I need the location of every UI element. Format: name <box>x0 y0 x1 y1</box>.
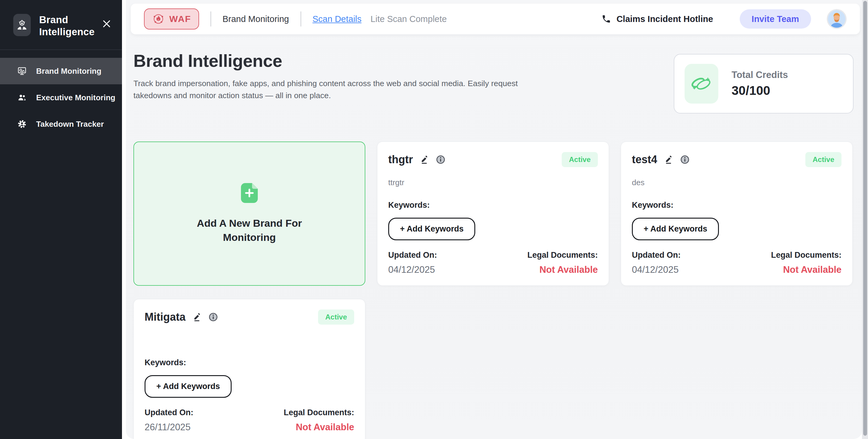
topbar: WAF Brand Monitoring Scan Details Lite S… <box>131 4 860 34</box>
topbar-divider <box>301 11 301 27</box>
legal-documents-block: Legal Documents: Not Available <box>527 251 598 275</box>
updated-on-block: Updated On: 04/12/2025 <box>388 251 437 275</box>
brand-card-footer: Updated On: 04/12/2025 Legal Documents: … <box>388 251 598 275</box>
add-keywords-button[interactable]: + Add Keywords <box>632 218 719 240</box>
credits-value: 30/100 <box>732 84 788 98</box>
status-badge: Active <box>562 152 598 167</box>
updated-on-label: Updated On: <box>632 251 681 260</box>
keywords-label: Keywords: <box>632 200 841 210</box>
legal-documents-status: Not Available <box>527 264 598 275</box>
waf-label: WAF <box>169 14 191 24</box>
add-keywords-button[interactable]: + Add Keywords <box>145 375 231 398</box>
legal-documents-status: Not Available <box>771 264 841 275</box>
waf-badge[interactable]: WAF <box>144 8 199 30</box>
topbar-divider <box>211 11 211 27</box>
invite-team-button[interactable]: Invite Team <box>740 9 811 29</box>
legal-documents-label: Legal Documents: <box>284 408 354 417</box>
hotline-label: Claims Incident Hotline <box>617 14 713 24</box>
sidebar-nav: Brand Monitoring Executive Monitoring <box>0 58 122 137</box>
sidebar-title: Brand Intelligence <box>39 14 101 38</box>
sidebar-item-executive-monitoring[interactable]: Executive Monitoring <box>0 84 122 111</box>
add-brand-card[interactable]: Add A New Brand For Monitoring <box>133 142 365 286</box>
status-badge: Active <box>318 310 354 324</box>
keywords-label: Keywords: <box>145 358 354 367</box>
edit-brand-icon[interactable] <box>664 155 674 164</box>
breadcrumb: Brand Monitoring <box>223 14 289 24</box>
brand-card-footer: Updated On: 26/11/2025 Legal Documents: … <box>145 408 354 433</box>
legal-documents-label: Legal Documents: <box>527 251 598 260</box>
scan-details-link[interactable]: Scan Details <box>313 14 362 24</box>
scrollbar-thumb[interactable] <box>863 1 867 436</box>
scan-status-text: Lite Scan Complete <box>370 14 447 24</box>
user-avatar[interactable] <box>827 9 847 29</box>
brand-name: Mitigata <box>145 311 186 323</box>
legal-documents-label: Legal Documents: <box>771 251 841 260</box>
brand-description <box>145 336 354 345</box>
gear-person-icon <box>17 119 27 129</box>
brand-card: Mitigata Active Keywords: <box>133 299 365 439</box>
info-icon[interactable] <box>436 155 445 164</box>
keywords-label: Keywords: <box>388 200 598 210</box>
waf-flame-icon <box>152 12 165 26</box>
updated-on-date: 04/12/2025 <box>388 264 437 275</box>
updated-on-block: Updated On: 04/12/2025 <box>632 251 681 275</box>
page-title: Brand Intelligence <box>133 51 546 71</box>
updated-on-label: Updated On: <box>145 408 193 417</box>
updated-on-label: Updated On: <box>388 251 437 260</box>
close-icon[interactable] <box>101 19 112 29</box>
sidebar-item-label: Takedown Tracker <box>36 120 104 129</box>
brand-description: ttrgtr <box>388 178 598 188</box>
brand-description: des <box>632 178 841 188</box>
app-root: Brand Intelligence Brand Monitoring <box>0 0 868 439</box>
page-intro: Brand Intelligence Track brand impersona… <box>133 51 546 101</box>
status-badge: Active <box>805 152 841 167</box>
brand-card-header: test4 Active <box>632 152 841 167</box>
total-credits-card: Total Credits 30/100 <box>674 54 854 114</box>
updated-on-date: 04/12/2025 <box>632 264 681 275</box>
scrollbar-track <box>862 0 868 439</box>
claims-incident-hotline-link[interactable]: Claims Incident Hotline <box>601 14 713 24</box>
brand-card-header: Mitigata Active <box>145 310 354 324</box>
info-icon[interactable] <box>209 312 218 322</box>
credits-coins-icon <box>685 64 718 103</box>
add-document-icon <box>240 183 259 203</box>
sidebar-item-brand-monitoring[interactable]: Brand Monitoring <box>0 58 122 84</box>
sidebar-item-label: Executive Monitoring <box>36 93 115 102</box>
sidebar-header: Brand Intelligence <box>0 0 122 38</box>
legal-documents-block: Legal Documents: Not Available <box>771 251 841 275</box>
info-icon[interactable] <box>680 155 690 164</box>
edit-brand-icon[interactable] <box>193 312 203 322</box>
brand-card: thgtr Active ttrgtr Keywords <box>377 142 609 286</box>
sidebar: Brand Intelligence Brand Monitoring <box>0 0 122 439</box>
brand-card-footer: Updated On: 04/12/2025 Legal Documents: … <box>632 251 841 275</box>
legal-documents-status: Not Available <box>284 422 354 433</box>
brand-intelligence-logo-icon <box>13 14 31 36</box>
people-icon <box>17 92 27 103</box>
add-keywords-button[interactable]: + Add Keywords <box>388 218 475 240</box>
brand-card: test4 Active des Keywords: <box>621 142 852 286</box>
monitor-analytics-icon <box>17 66 27 76</box>
updated-on-date: 26/11/2025 <box>145 422 193 433</box>
add-brand-label: Add A New Brand For Monitoring <box>180 216 319 245</box>
brand-name: test4 <box>632 153 657 166</box>
edit-brand-icon[interactable] <box>420 155 430 164</box>
credits-label: Total Credits <box>732 69 788 81</box>
topbar-right-group: Claims Incident Hotline Invite Team <box>601 9 847 29</box>
sidebar-item-label: Brand Monitoring <box>36 67 101 76</box>
sidebar-divider <box>0 50 122 50</box>
updated-on-block: Updated On: 26/11/2025 <box>145 408 193 433</box>
brand-name: thgtr <box>388 153 413 166</box>
credits-text: Total Credits 30/100 <box>732 69 788 98</box>
brand-card-header: thgtr Active <box>388 152 598 167</box>
page-description: Track brand impersonation, fake apps, an… <box>133 77 546 101</box>
brands-grid: Add A New Brand For Monitoring thgtr <box>133 142 852 439</box>
sidebar-item-takedown-tracker[interactable]: Takedown Tracker <box>0 111 122 137</box>
legal-documents-block: Legal Documents: Not Available <box>284 408 354 433</box>
phone-icon <box>601 14 611 24</box>
